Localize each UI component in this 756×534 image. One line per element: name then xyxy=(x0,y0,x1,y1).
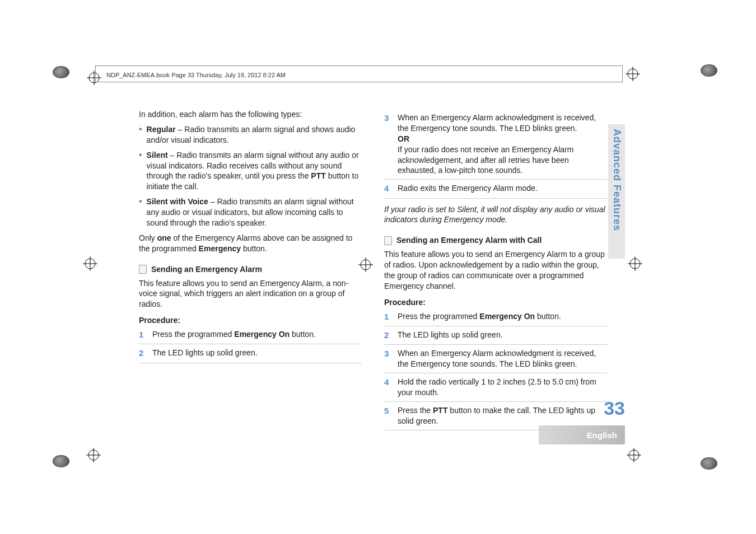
step-text: Press the PTT button to make the call. T… xyxy=(398,405,607,427)
procedure-label: Procedure: xyxy=(139,315,362,326)
step-b2: 2 The LED lights up solid green. xyxy=(384,330,607,345)
step-number: 2 xyxy=(384,330,392,341)
print-blob xyxy=(53,455,69,467)
step-number: 1 xyxy=(384,311,392,322)
step-4: 4 Radio exits the Emergency Alarm mode. xyxy=(384,183,607,198)
print-blob xyxy=(701,457,717,470)
print-blob xyxy=(53,66,69,78)
step-number: 3 xyxy=(384,348,392,369)
page-body: In addition, each alarm has the followin… xyxy=(139,109,615,434)
step-number: 2 xyxy=(139,348,147,359)
register-mark-icon xyxy=(83,256,97,271)
step-text: The LED lights up solid green. xyxy=(152,348,258,359)
bullet-silent-voice: • Silent with Voice – Radio transmits an… xyxy=(139,196,362,228)
bullet-text: Regular – Radio transmits an alarm signa… xyxy=(147,124,362,146)
step-b5: 5 Press the PTT button to make the call.… xyxy=(384,405,607,430)
only-one-note: Only one of the Emergency Alarms above c… xyxy=(139,233,362,254)
step-text: When an Emergency Alarm acknowledgment i… xyxy=(398,113,607,176)
step-number: 3 xyxy=(384,113,392,176)
step-number: 4 xyxy=(384,377,392,398)
step-number: 4 xyxy=(384,183,392,194)
right-column: 3 When an Emergency Alarm acknowledgment… xyxy=(384,109,607,434)
step-text: The LED lights up solid green. xyxy=(398,330,503,341)
bullet-text: Silent with Voice – Radio transmits an a… xyxy=(147,196,362,228)
section-title: Sending an Emergency Alarm with Call xyxy=(396,235,542,246)
register-mark-icon xyxy=(86,448,101,462)
step-b1: 1 Press the programmed Emergency On butt… xyxy=(384,311,607,326)
step-text: Radio exits the Emergency Alarm mode. xyxy=(398,183,538,194)
section-heading: Sending an Emergency Alarm with Call xyxy=(384,235,607,246)
section-heading: Sending an Emergency Alarm xyxy=(139,264,362,275)
step-b4: 4 Hold the radio vertically 1 to 2 inche… xyxy=(384,377,607,402)
register-mark-icon xyxy=(87,71,101,85)
step-1: 1 Press the programmed Emergency On butt… xyxy=(139,329,362,344)
bullet-silent: • Silent – Radio transmits an alarm sign… xyxy=(139,150,362,193)
step-text: Press the programmed Emergency On button… xyxy=(398,311,561,322)
left-column: In addition, each alarm has the followin… xyxy=(139,109,362,434)
register-mark-icon xyxy=(627,448,641,462)
step-text: Hold the radio vertically 1 to 2 inches … xyxy=(398,377,607,398)
page-icon xyxy=(384,236,392,245)
bullet-regular: • Regular – Radio transmits an alarm sig… xyxy=(139,124,362,146)
header-meta: NDP_ANZ-EMEA.book Page 33 Thursday, July… xyxy=(106,72,286,78)
step-2: 2 The LED lights up solid green. xyxy=(139,348,362,363)
print-blob xyxy=(701,64,717,77)
intro-text: In addition, each alarm has the followin… xyxy=(139,109,362,120)
section-body: This feature allows you to send an Emerg… xyxy=(384,249,607,292)
bullet-text: Silent – Radio transmits an alarm signal… xyxy=(147,150,362,193)
page-icon xyxy=(139,265,147,274)
section-body: This feature allows you to send an Emerg… xyxy=(139,278,362,310)
silent-note: If your radio is set to Silent, it will … xyxy=(384,204,607,226)
step-number: 5 xyxy=(384,405,392,427)
register-mark-icon xyxy=(626,67,640,81)
bullet-icon: • xyxy=(139,150,142,193)
step-number: 1 xyxy=(139,329,147,340)
section-title: Sending an Emergency Alarm xyxy=(151,264,262,275)
step-3: 3 When an Emergency Alarm acknowledgment… xyxy=(384,113,607,180)
bullet-icon: • xyxy=(139,196,142,228)
step-text: When an Emergency Alarm acknowledgment i… xyxy=(398,348,607,369)
step-b3: 3 When an Emergency Alarm acknowledgment… xyxy=(384,348,607,373)
bullet-icon: • xyxy=(139,124,142,146)
procedure-label: Procedure: xyxy=(384,297,607,308)
register-mark-icon xyxy=(628,256,642,271)
step-text: Press the programmed Emergency On button… xyxy=(152,329,316,340)
